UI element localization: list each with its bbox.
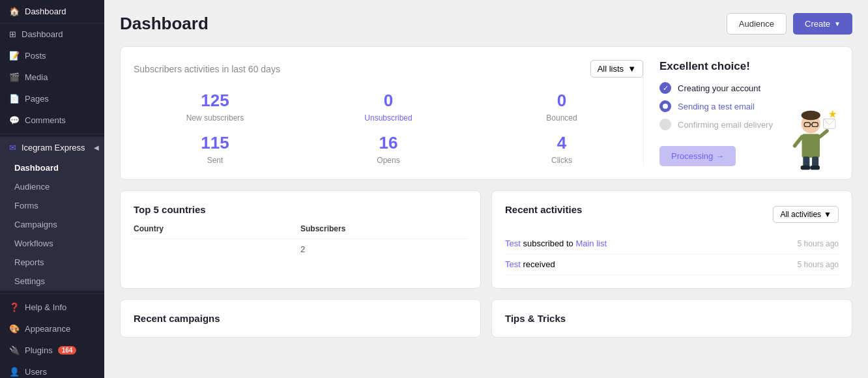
activities-dropdown[interactable]: All activities ▼ (773, 206, 839, 223)
icegram-icon: ✉ (9, 143, 16, 153)
sidebar-item-users[interactable]: 👤 Users (0, 361, 104, 378)
wordpress-icon: 🏠 (9, 7, 20, 16)
stats-card: Subscribers activities in last 60 days A… (120, 46, 852, 180)
dashboard-icon: ⊞ (9, 29, 16, 39)
create-label: Create (805, 19, 830, 29)
onboarding-title: Excellent choice! (659, 60, 839, 73)
stat-opens: 16 Opens (307, 133, 470, 165)
posts-icon: 📝 (9, 51, 20, 61)
create-button[interactable]: Create ▼ (793, 13, 852, 35)
sidebar-item-help[interactable]: ❓ Help & Info (0, 297, 104, 318)
icegram-header[interactable]: ✉ Icegram Express (0, 137, 104, 158)
svg-line-7 (820, 131, 827, 137)
activity-link-test1[interactable]: Test (505, 239, 521, 248)
activity-link-test2[interactable]: Test (505, 259, 521, 269)
recent-campaigns-card: Recent campaigns (120, 299, 481, 338)
list-item: Test subscribed to Main list 5 hours ago (505, 233, 839, 254)
plugins-badge: 164 (58, 346, 77, 355)
sidebar-item-dashboard[interactable]: ⊞ Dashboard (0, 23, 104, 45)
bounced-label: Bounced (480, 113, 643, 123)
site-title: Dashboard (25, 7, 66, 16)
unsubscribed-value: 0 (307, 91, 470, 111)
sidebar-item-comments[interactable]: 💬 Comments (0, 109, 104, 131)
check-pending-icon (659, 119, 671, 130)
countries-table-header: Country Subscribers (134, 224, 467, 239)
help-icon: ❓ (9, 302, 20, 312)
all-lists-dropdown[interactable]: All lists ▼ (590, 60, 643, 78)
svg-point-2 (802, 111, 820, 121)
table-row: 2 (134, 239, 467, 259)
stats-left-panel: Subscribers activities in last 60 days A… (134, 60, 643, 166)
countries-section-title: Top 5 countries (134, 204, 467, 215)
activity-link-main[interactable]: Main list (575, 239, 607, 248)
audience-button[interactable]: Audience (727, 13, 787, 35)
clicks-label: Clicks (480, 156, 643, 165)
recent-activities-title: Recent activities (505, 204, 582, 215)
sidebar: 🏠 Dashboard ⊞ Dashboard 📝 Posts 🎬 Media … (0, 0, 104, 378)
activity-text-2: Test received (505, 259, 555, 269)
country-col-header: Country (134, 224, 300, 233)
svg-marker-9 (829, 110, 837, 118)
step-create-account: ✓ Creating your account (659, 82, 839, 94)
unsubscribed-label: Unsubscribed (307, 113, 470, 123)
plugins-icon: 🔌 (9, 345, 20, 355)
opens-value: 16 (307, 133, 470, 153)
pages-icon: 📄 (9, 94, 20, 104)
check-active-icon (659, 100, 671, 112)
new-subscribers-label: New subscribers (134, 113, 297, 123)
stat-unsubscribed: 0 Unsubscribed (307, 91, 470, 123)
stat-new-subscribers: 125 New subscribers (134, 91, 297, 123)
check-done-icon: ✓ (659, 82, 671, 94)
main-content: Dashboard Audience Create ▼ Subscribers … (104, 0, 868, 378)
page-header: Dashboard Audience Create ▼ (120, 13, 852, 35)
sidebar-item-plugins[interactable]: 🔌 Plugins 164 (0, 340, 104, 361)
step-confirm-delivery-label: Confirming email delivery (678, 120, 773, 130)
svg-rect-13 (810, 166, 820, 169)
sidebar-header: 🏠 Dashboard (0, 0, 104, 23)
sidebar-item-ig-audience[interactable]: Audience (0, 177, 104, 196)
list-item: Test received 5 hours ago (505, 254, 839, 275)
opens-label: Opens (307, 156, 470, 165)
processing-button[interactable]: Processing → (659, 146, 736, 166)
sidebar-item-ig-workflows[interactable]: Workflows (0, 234, 104, 253)
new-subscribers-value: 125 (134, 91, 297, 111)
users-icon: 👤 (9, 367, 20, 377)
header-actions: Audience Create ▼ (727, 13, 852, 35)
svg-line-6 (795, 137, 802, 146)
sidebar-item-media[interactable]: 🎬 Media (0, 66, 104, 88)
sidebar-item-ig-campaigns[interactable]: Campaigns (0, 215, 104, 234)
step-create-account-label: Creating your account (678, 83, 760, 93)
stat-sent: 115 Sent (134, 133, 297, 165)
bounced-value: 0 (480, 91, 643, 111)
icegram-section: ✉ Icegram Express Dashboard Audience For… (0, 137, 104, 291)
sent-label: Sent (134, 156, 297, 165)
activity-time-1: 5 hours ago (798, 239, 839, 248)
recent-activities-header: Recent activities All activities ▼ (505, 204, 839, 224)
svg-rect-12 (801, 166, 811, 169)
step-send-test-label: Sending a test email (678, 102, 755, 111)
svg-rect-0 (802, 134, 820, 158)
onboarding-panel: Excellent choice! ✓ Creating your accoun… (643, 60, 839, 166)
comments-icon: 💬 (9, 115, 20, 125)
sidebar-item-ig-reports[interactable]: Reports (0, 253, 104, 272)
countries-activities-row: Top 5 countries Country Subscribers 2 Re… (120, 190, 852, 299)
sidebar-item-ig-settings[interactable]: Settings (0, 272, 104, 291)
chevron-down-icon: ▼ (628, 64, 636, 74)
sidebar-item-ig-dashboard[interactable]: Dashboard (0, 158, 104, 177)
media-icon: 🎬 (9, 72, 20, 82)
appearance-icon: 🎨 (9, 324, 20, 334)
sent-value: 115 (134, 133, 297, 153)
recent-activities-card: Recent activities All activities ▼ Test … (491, 190, 852, 289)
sidebar-item-ig-forms[interactable]: Forms (0, 196, 104, 215)
stats-section-title: Subscribers activities in last 60 days (134, 64, 280, 74)
activity-text-1: Test subscribed to Main list (505, 239, 607, 248)
chevron-down-icon: ▼ (824, 210, 832, 219)
sidebar-item-appearance[interactable]: 🎨 Appearance (0, 318, 104, 340)
page-title: Dashboard (120, 14, 209, 34)
stats-grid: 125 New subscribers 0 Unsubscribed 0 Bou… (134, 91, 643, 165)
sidebar-item-pages[interactable]: 📄 Pages (0, 88, 104, 109)
chevron-down-icon: ▼ (834, 20, 841, 27)
sidebar-item-posts[interactable]: 📝 Posts (0, 45, 104, 66)
stats-header: Subscribers activities in last 60 days A… (134, 60, 643, 78)
stats-layout: Subscribers activities in last 60 days A… (134, 60, 839, 166)
